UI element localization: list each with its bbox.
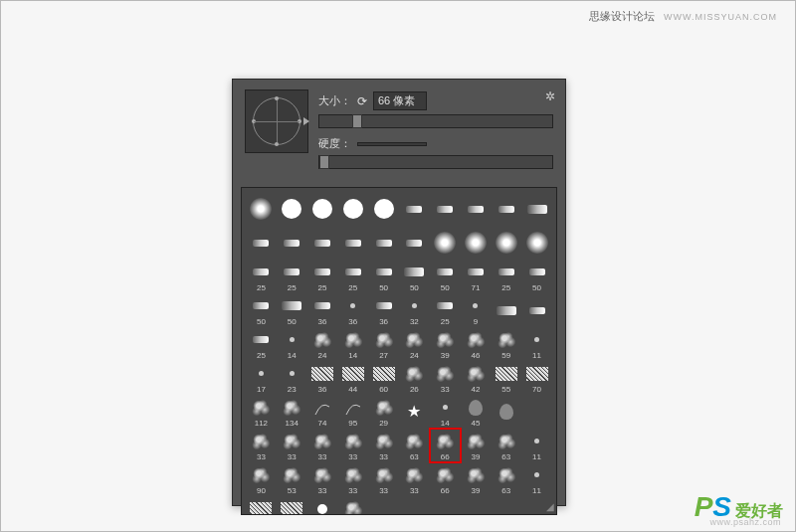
brush-preset[interactable]: 11 <box>521 429 552 462</box>
brush-preset[interactable]: 25 <box>337 260 368 293</box>
brush-preset[interactable]: 100 <box>337 496 368 515</box>
brush-preset[interactable]: 33 <box>337 429 368 462</box>
brush-preset[interactable]: 134 <box>277 395 307 429</box>
brush-preset[interactable] <box>521 293 552 327</box>
brush-preset[interactable]: 29 <box>368 395 399 429</box>
brush-preset[interactable]: 26 <box>399 361 430 395</box>
brush-preset[interactable] <box>399 226 430 260</box>
brush-preset[interactable]: 74 <box>307 395 338 429</box>
brush-preset[interactable] <box>337 226 368 260</box>
brush-preset[interactable]: 63 <box>491 462 521 496</box>
brush-preset[interactable] <box>307 226 338 260</box>
brush-preset[interactable] <box>491 395 521 429</box>
brush-preset[interactable]: 25 <box>277 260 307 293</box>
brush-preset[interactable]: 90 <box>246 462 277 496</box>
brush-preset[interactable] <box>491 192 521 226</box>
brush-preset[interactable]: 17 <box>246 361 277 395</box>
brush-preset[interactable] <box>337 192 368 226</box>
brush-preset[interactable]: 44 <box>337 361 368 395</box>
brush-preset[interactable]: 95 <box>337 395 368 429</box>
hardness-input[interactable] <box>357 142 427 146</box>
brush-preset[interactable]: 112 <box>246 395 277 429</box>
brush-preset[interactable]: 63 <box>399 429 430 462</box>
brush-preset[interactable]: 14 <box>337 327 368 361</box>
brush-preset[interactable]: 33 <box>277 429 307 462</box>
brush-preset[interactable] <box>491 226 521 260</box>
brush-preset[interactable] <box>277 226 307 260</box>
brush-preset[interactable]: 70 <box>521 361 552 395</box>
brush-preset[interactable]: 71 <box>461 260 492 293</box>
brush-preset[interactable]: 25 <box>307 260 338 293</box>
brush-preset[interactable] <box>399 192 430 226</box>
brush-angle-picker[interactable] <box>245 89 308 153</box>
brush-preset[interactable]: 23 <box>277 361 307 395</box>
brush-preset[interactable]: 50 <box>521 260 552 293</box>
brush-preset[interactable] <box>307 192 338 226</box>
brush-preset[interactable] <box>491 293 521 327</box>
brush-preset[interactable] <box>461 226 492 260</box>
brush-preset[interactable] <box>246 226 277 260</box>
brush-preset[interactable]: 55 <box>307 496 338 515</box>
brush-preset[interactable]: 53 <box>277 462 307 496</box>
brush-preset[interactable]: 9 <box>461 293 492 327</box>
brush-preset[interactable]: 25 <box>246 260 277 293</box>
brush-preset[interactable]: 25 <box>491 260 521 293</box>
brush-preset[interactable]: 33 <box>337 462 368 496</box>
brush-preset[interactable] <box>521 226 552 260</box>
brush-preset[interactable]: 59 <box>491 327 521 361</box>
brush-preset[interactable]: 32 <box>399 293 430 327</box>
brush-preset[interactable]: 36 <box>307 361 338 395</box>
brush-preset[interactable]: 55 <box>491 361 521 395</box>
brush-preset[interactable]: 27 <box>368 327 399 361</box>
brush-preset[interactable] <box>521 192 552 226</box>
brush-preset[interactable]: 46 <box>461 327 492 361</box>
brush-preset[interactable] <box>430 192 461 226</box>
brush-preset[interactable] <box>461 496 492 515</box>
hardness-slider[interactable] <box>318 155 553 169</box>
brush-preset[interactable]: 25 <box>246 327 277 361</box>
brush-preset[interactable]: 25 <box>430 293 461 327</box>
brush-preset[interactable]: 33 <box>307 462 338 496</box>
brush-preset[interactable]: 48 <box>246 496 277 515</box>
brush-preset[interactable]: 33 <box>246 429 277 462</box>
brush-preset[interactable]: 50 <box>277 293 307 327</box>
brush-preset[interactable]: 33 <box>399 462 430 496</box>
brush-preset[interactable]: 36 <box>307 293 338 327</box>
brush-preset[interactable]: 36 <box>337 293 368 327</box>
reset-size-icon[interactable]: ⟳ <box>357 94 367 108</box>
brush-preset[interactable] <box>461 192 492 226</box>
brush-preset[interactable]: 33 <box>368 429 399 462</box>
brush-preset[interactable] <box>277 192 307 226</box>
brush-preset[interactable]: 50 <box>430 260 461 293</box>
brush-preset[interactable]: 60 <box>368 361 399 395</box>
brush-preset[interactable] <box>368 226 399 260</box>
brush-preset[interactable]: 11 <box>521 462 552 496</box>
brush-preset[interactable] <box>521 395 552 429</box>
brush-preset[interactable]: 45 <box>461 395 492 429</box>
brush-preset[interactable]: 42 <box>461 361 492 395</box>
brush-preset[interactable]: 36 <box>368 293 399 327</box>
brush-preset[interactable]: 33 <box>307 429 338 462</box>
brush-preset[interactable]: 24 <box>399 327 430 361</box>
brush-preset[interactable]: 50 <box>246 293 277 327</box>
brush-preset[interactable]: 24 <box>307 327 338 361</box>
brush-preset[interactable] <box>430 496 461 515</box>
brush-preset[interactable]: 50 <box>368 260 399 293</box>
brush-preset[interactable] <box>491 496 521 515</box>
brush-preset[interactable]: ★ <box>399 395 430 429</box>
brush-preset[interactable]: 39 <box>430 327 461 361</box>
size-slider[interactable] <box>318 114 553 128</box>
brush-preset[interactable]: 14 <box>277 327 307 361</box>
brush-preset[interactable]: 33 <box>430 361 461 395</box>
brush-preset[interactable]: 14 <box>430 395 461 429</box>
size-input[interactable]: 66 像素 <box>373 91 427 110</box>
brush-preset[interactable] <box>399 496 430 515</box>
brush-preset[interactable]: 39 <box>461 429 492 462</box>
brush-preset[interactable] <box>246 192 277 226</box>
brush-preset[interactable]: 33 <box>368 462 399 496</box>
brush-preset[interactable]: 66 <box>430 429 461 462</box>
brush-preset[interactable]: 39 <box>461 462 492 496</box>
brush-preset[interactable] <box>430 226 461 260</box>
resize-handle-icon[interactable]: ◢ <box>546 501 554 512</box>
brush-preset[interactable] <box>368 192 399 226</box>
